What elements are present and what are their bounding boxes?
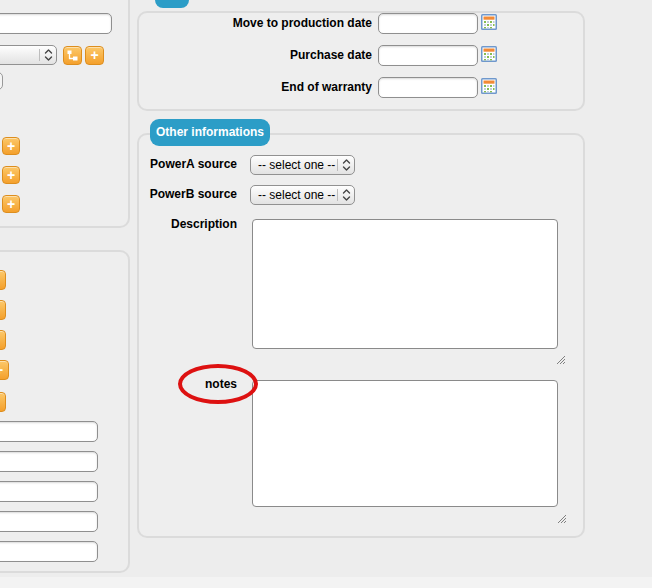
chevron-updown-icon <box>338 158 354 172</box>
powera-source-select[interactable]: -- select one -- <box>250 155 355 175</box>
text-input[interactable] <box>0 511 98 532</box>
bottom-strip <box>0 577 652 588</box>
description-textarea[interactable] <box>252 219 558 349</box>
text-input[interactable] <box>0 451 98 472</box>
add-button[interactable]: + <box>2 195 20 213</box>
field-label: Move to production date <box>157 16 372 31</box>
tree-icon <box>66 49 79 62</box>
calendar-icon <box>481 14 497 30</box>
add-button[interactable]: + <box>2 166 20 184</box>
add-button-partial[interactable]: + <box>0 270 6 290</box>
move-to-production-date-input[interactable] <box>378 13 478 34</box>
calendar-picker-button[interactable] <box>481 14 497 30</box>
add-button-partial[interactable]: + <box>0 360 9 380</box>
field-label: Description <box>140 217 237 232</box>
field-label: PowerB source <box>140 187 237 202</box>
resize-handle-icon[interactable] <box>557 510 567 520</box>
select-value: -- select one -- <box>251 188 337 202</box>
add-button-partial[interactable]: + <box>0 392 6 412</box>
page: Move to production date Purchase date <box>0 0 652 588</box>
field-label: notes <box>150 377 237 392</box>
text-input[interactable] <box>0 421 98 442</box>
field-label: PowerA source <box>140 157 237 172</box>
dates-tab-fragment <box>155 0 189 8</box>
add-button[interactable]: + <box>2 137 20 155</box>
add-button-partial[interactable]: + <box>0 330 6 350</box>
add-button-partial[interactable]: + <box>0 300 6 320</box>
select-value: -- select one -- <box>251 158 337 172</box>
text-input[interactable] <box>0 541 98 562</box>
calendar-icon <box>481 46 497 62</box>
chevron-updown-icon <box>338 188 354 202</box>
text-input[interactable] <box>0 13 112 34</box>
calendar-picker-button[interactable] <box>481 78 497 94</box>
left-select[interactable] <box>0 45 57 65</box>
end-of-warranty-input[interactable] <box>378 77 478 98</box>
panel-left-top <box>0 0 130 228</box>
field-label: End of warranty <box>157 80 372 95</box>
field-label: Purchase date <box>157 48 372 63</box>
text-input[interactable] <box>0 481 98 502</box>
add-button[interactable]: + <box>85 46 104 65</box>
tree-button[interactable] <box>63 46 82 65</box>
other-informations-tab: Other informations <box>150 119 270 146</box>
purchase-date-input[interactable] <box>378 45 478 66</box>
calendar-picker-button[interactable] <box>481 46 497 62</box>
calendar-icon <box>481 78 497 94</box>
notes-textarea[interactable] <box>252 380 558 507</box>
chevron-updown-icon <box>40 48 56 62</box>
resize-handle-icon[interactable] <box>556 351 566 361</box>
powerb-source-select[interactable]: -- select one -- <box>250 185 355 205</box>
